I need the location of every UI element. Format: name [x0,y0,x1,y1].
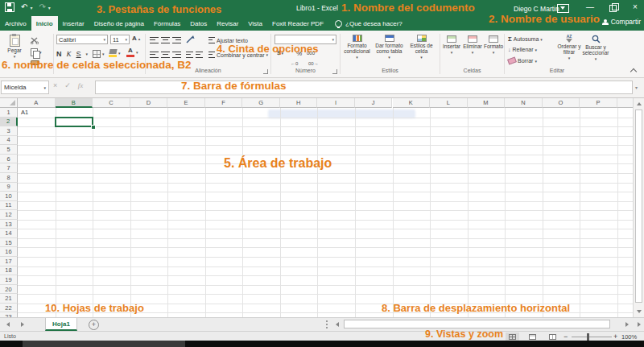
number-dialog-launcher-icon[interactable] [332,69,337,74]
row-header-15[interactable]: 15 [0,238,18,248]
selected-cell-b2[interactable] [55,117,94,128]
vertical-scroll-thumb[interactable] [635,109,642,303]
restore-button[interactable] [609,5,617,12]
paste-button[interactable]: Pegar ▾ [3,35,26,59]
tab-revisar[interactable]: Revisar [212,16,243,31]
autosum-button[interactable]: Σ Autosuma ▾ [508,35,543,43]
qat-customize-icon[interactable]: ▾ [48,5,51,10]
font-name-select[interactable]: Calibri ▾ [56,35,108,44]
page-layout-view-button[interactable] [526,333,539,341]
column-header-o[interactable]: O [543,98,580,108]
cancel-icon[interactable]: × [53,81,57,89]
align-center-icon[interactable] [161,52,170,58]
tab-scroll-splitter[interactable] [326,320,330,328]
increase-indent-icon[interactable] [196,52,203,58]
horizontal-scroll-thumb[interactable] [344,320,610,328]
bold-button[interactable]: N [56,50,62,58]
sort-filter-button[interactable]: AZ Ordenar y filtrar ▾ [556,35,582,60]
select-all-button[interactable] [0,98,18,108]
collapse-ribbon-icon[interactable] [630,68,637,75]
font-size-select[interactable]: 11 ▾ [110,35,130,44]
row-header-4[interactable]: 4 [0,136,18,146]
scroll-left-button[interactable] [332,319,342,330]
column-header-e[interactable]: E [167,98,205,108]
conditional-formatting-button[interactable]: Formato condicional ▾ [341,35,373,60]
tell-me-box[interactable]: ¿Qué desea hacer? [335,16,402,31]
close-button[interactable]: × [626,2,644,11]
row-header-5[interactable]: 5 [0,145,18,155]
increase-decimal-button[interactable]: ←0 [291,61,298,66]
row-header-20[interactable]: 20 [0,285,18,295]
fill-button[interactable]: ↓ Rellenar ▾ [508,47,537,52]
cell-styles-button[interactable]: Estilos de celda ▾ [406,35,437,60]
cut-button[interactable] [31,37,39,44]
redo-button[interactable]: ↷ [39,2,45,12]
orientation-icon[interactable] [186,35,195,44]
fill-handle[interactable] [91,125,96,130]
find-select-button[interactable]: Buscar y seleccionar ▾ [583,35,609,61]
row-header-6[interactable]: 6 [0,155,18,164]
normal-view-button[interactable] [506,333,519,341]
grow-font-button[interactable]: A▴ [132,35,140,42]
insert-cells-button[interactable]: Insertar ▾ [442,35,461,55]
scroll-up-button[interactable] [634,98,644,109]
tab-vista[interactable]: Vista [243,16,267,31]
name-box[interactable]: Micelda ▾ [1,81,49,94]
zoom-slider-track[interactable] [572,337,612,337]
insert-function-icon[interactable]: fx [78,81,84,89]
column-header-d[interactable]: D [130,98,168,108]
column-header-q[interactable]: Q [617,98,633,108]
column-header-h[interactable]: H [280,98,318,108]
accept-icon[interactable]: ✓ [64,81,71,89]
row-header-22[interactable]: 22 [0,304,18,313]
row-header-8[interactable]: 8 [0,173,18,183]
ribbon-display-options-button[interactable] [557,4,569,13]
align-right-icon[interactable] [172,52,181,58]
sheet-tab-hoja1[interactable]: Hoja1 [45,318,77,331]
tab-dise-o-de-p-gina[interactable]: Diseño de página [89,16,149,31]
delete-cells-button[interactable]: Eliminar ▾ [463,35,482,55]
column-header-b[interactable]: B [56,98,93,108]
column-header-l[interactable]: L [430,98,468,108]
page-break-view-button[interactable] [546,333,559,341]
previous-sheet-icon[interactable] [6,322,10,327]
minimize-button[interactable]: — [581,2,599,11]
chevron-down-icon[interactable]: ▾ [43,85,46,90]
column-header-m[interactable]: M [468,98,506,108]
scroll-down-button[interactable] [634,306,644,316]
alignment-dialog-launcher-icon[interactable] [263,69,268,74]
row-header-14[interactable]: 14 [0,229,18,238]
column-header-j[interactable]: J [355,98,393,108]
format-as-table-button[interactable]: Dar formato como tabla ▾ [374,35,405,60]
undo-button[interactable]: ↶ [21,2,27,12]
align-top-icon[interactable] [150,37,159,43]
format-cells-button[interactable]: Formato ▾ [484,35,503,55]
zoom-out-button[interactable]: − [564,333,568,341]
zoom-level[interactable]: 100% [621,333,637,341]
decrease-decimal-button[interactable]: 00→ [308,61,319,66]
column-header-p[interactable]: P [580,98,617,108]
copy-button[interactable]: ▾ [31,48,42,56]
row-header-17[interactable]: 17 [0,257,18,266]
next-sheet-icon[interactable] [21,322,24,327]
share-button[interactable]: Compartir [602,18,641,26]
tab-archivo[interactable]: Archivo [0,16,31,31]
borders-button[interactable]: ▾ [93,50,105,58]
italic-button[interactable]: K [67,50,72,58]
clear-button[interactable]: Borrar ▾ [508,58,537,64]
align-middle-icon[interactable] [161,37,170,43]
column-header-g[interactable]: G [242,98,280,108]
formula-input[interactable] [95,81,633,94]
row-header-19[interactable]: 19 [0,275,18,285]
column-header-k[interactable]: K [393,98,431,108]
undo-dropdown-icon[interactable]: ▾ [30,5,32,10]
row-header-1[interactable]: 1 [0,108,18,118]
user-name[interactable]: Diego C Martin [514,5,559,13]
column-header-f[interactable]: F [205,98,243,108]
scrollbar-corner-button[interactable] [634,319,644,330]
decrease-indent-icon[interactable] [186,52,193,58]
row-header-13[interactable]: 13 [0,220,18,229]
align-left-icon[interactable] [150,52,159,58]
tab-insertar[interactable]: Insertar [58,16,89,31]
expand-formula-bar-icon[interactable]: ▾ [635,85,638,90]
